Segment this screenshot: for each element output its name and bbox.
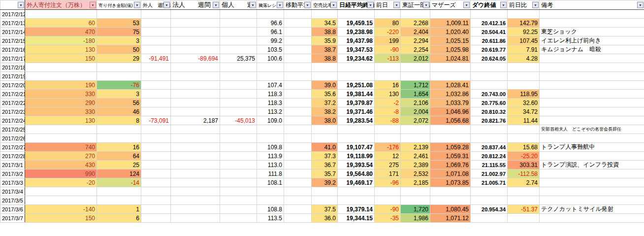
cell-yoritsuki[interactable]: 56	[97, 99, 141, 107]
cell-date[interactable]: 2017/2/19	[0, 72, 25, 81]
cell-biko[interactable]	[540, 169, 644, 178]
cell-dow[interactable]: 20.504.41	[471, 28, 508, 36]
cell-ido[interactable]	[284, 36, 312, 45]
cell-dowzen[interactable]: 92.25	[508, 28, 540, 36]
cell-date[interactable]: 2017/2/22	[0, 99, 25, 107]
cell-nikkei[interactable]: 19,469.17	[338, 178, 375, 187]
cell-date[interactable]: 2017/2/26	[0, 134, 25, 143]
cell-gw[interactable]	[141, 45, 171, 54]
cell-biko[interactable]	[540, 63, 644, 72]
cell-hw[interactable]	[171, 205, 220, 214]
cell-dow[interactable]: 20.812.24	[471, 152, 508, 161]
cell-dow[interactable]: 21.115.55	[471, 161, 508, 169]
cell-mothers[interactable]: 1,009.11	[430, 19, 471, 28]
cell-zenjitsu[interactable]: -90	[375, 205, 401, 214]
cell-tosho[interactable]: 2,389	[401, 161, 430, 169]
cell-biko[interactable]: トランプ人事難航中	[540, 143, 644, 152]
cell-mothers[interactable]: 1,071.08	[430, 169, 471, 178]
cell-zenjitsu[interactable]	[375, 72, 401, 81]
cell-kara[interactable]: 38.8	[312, 54, 338, 63]
cell-yoritsuki[interactable]	[97, 187, 141, 196]
cell-yoritsuki[interactable]: 25	[97, 161, 141, 169]
cell-nikkei[interactable]: 19,437.98	[338, 36, 375, 45]
cell-date[interactable]: 2017/2/24	[0, 116, 25, 125]
cell-dowzen[interactable]: -112.58	[508, 169, 540, 178]
cell-dowzen[interactable]	[508, 187, 540, 196]
cell-toraku[interactable]: 103.5	[257, 45, 284, 54]
cell-yoritsuki[interactable]: 53	[97, 19, 141, 28]
cell-yoritsuki[interactable]: 50	[97, 45, 141, 54]
cell-biko[interactable]	[540, 214, 644, 223]
cell-tosho[interactable]: 2,106	[401, 99, 430, 107]
column-header-hw[interactable]: 法人 週間▼	[171, 0, 220, 10]
cell-zenjitsu[interactable]: -88	[375, 116, 401, 125]
cell-dowzen[interactable]: 11.44	[508, 116, 540, 125]
cell-mothers[interactable]: 1,073.85	[430, 178, 471, 187]
filter-dropdown-icon[interactable]: ▼	[250, 2, 256, 8]
cell-dow[interactable]	[471, 10, 508, 19]
cell-toraku[interactable]: 113.9	[257, 152, 284, 161]
cell-kara[interactable]: 35.9	[312, 36, 338, 45]
cell-toraku[interactable]: 107.4	[257, 81, 284, 90]
cell-gw[interactable]	[141, 169, 171, 178]
cell-nikkei[interactable]: 19,459.15	[338, 19, 375, 28]
cell-nikkei[interactable]	[338, 125, 375, 134]
cell-kw[interactable]	[220, 81, 257, 90]
cell-nikkei[interactable]: 19,118.99	[338, 152, 375, 161]
cell-kara[interactable]: 38.0	[312, 116, 338, 125]
cell-ido[interactable]	[284, 187, 312, 196]
cell-dowzen[interactable]	[508, 134, 540, 143]
cell-mothers[interactable]: 1,046.96	[430, 107, 471, 116]
cell-dow[interactable]	[471, 134, 508, 143]
cell-tosho[interactable]	[401, 125, 430, 134]
cell-toraku[interactable]: 99.2	[257, 36, 284, 45]
cell-tosho[interactable]	[401, 63, 430, 72]
cell-hw[interactable]	[171, 99, 220, 107]
cell-nikkei[interactable]: 19,564.80	[338, 169, 375, 178]
cell-toraku[interactable]: 96.6	[257, 19, 284, 28]
cell-biko[interactable]: イエレン利上げ前向き	[540, 36, 644, 45]
cell-gaijin[interactable]: -140	[25, 205, 97, 214]
cell-yoritsuki[interactable]: 75	[97, 28, 141, 36]
filter-dropdown-icon[interactable]: ▼	[532, 2, 539, 8]
cell-date[interactable]: 2017/2/20	[0, 81, 25, 90]
cell-gaijin[interactable]	[25, 196, 97, 205]
cell-kara[interactable]: 35.6	[312, 90, 338, 99]
cell-kara[interactable]	[312, 72, 338, 81]
cell-gw[interactable]	[141, 107, 171, 116]
cell-kw[interactable]	[220, 10, 257, 19]
cell-dowzen[interactable]	[508, 214, 540, 223]
cell-mothers[interactable]	[430, 187, 471, 196]
cell-mothers[interactable]: 1,059.31	[430, 152, 471, 161]
cell-yoritsuki[interactable]	[97, 10, 141, 19]
cell-zenjitsu[interactable]: -176	[375, 143, 401, 152]
cell-kara[interactable]: 36.0	[312, 214, 338, 223]
cell-date[interactable]: 2017/2/14	[0, 28, 25, 36]
cell-biko[interactable]: テクノカットミサイル発射	[540, 205, 644, 214]
cell-date[interactable]: 2017/2/25	[0, 125, 25, 134]
cell-kw[interactable]: 25,375	[220, 54, 257, 63]
cell-biko[interactable]	[540, 178, 644, 187]
cell-ido[interactable]	[284, 90, 312, 99]
cell-biko[interactable]: トランプ演説、インフラ投資	[540, 161, 644, 169]
cell-mothers[interactable]: 1,056.68	[430, 116, 471, 125]
cell-toraku[interactable]	[257, 10, 284, 19]
cell-tosho[interactable]: 2,404	[401, 28, 430, 36]
cell-yoritsuki[interactable]	[97, 134, 141, 143]
cell-yoritsuki[interactable]: 29	[97, 54, 141, 63]
cell-dowzen[interactable]: 107.45	[508, 36, 540, 45]
cell-nikkei[interactable]	[338, 187, 375, 196]
cell-toraku[interactable]: 111.8	[257, 169, 284, 178]
filter-dropdown-icon[interactable]: ▼	[423, 2, 429, 8]
cell-ido[interactable]	[284, 99, 312, 107]
cell-dowzen[interactable]	[508, 10, 540, 19]
cell-tosho[interactable]: 2,268	[401, 19, 430, 28]
cell-mothers[interactable]	[430, 196, 471, 205]
cell-biko[interactable]	[540, 107, 644, 116]
cell-hw[interactable]	[171, 161, 220, 169]
cell-zenjitsu[interactable]: -113	[375, 54, 401, 63]
column-header-dow[interactable]: ダウ終値▼	[471, 0, 508, 10]
cell-dow[interactable]: 20.837.44	[471, 143, 508, 152]
cell-date[interactable]: 2017/3/3	[0, 178, 25, 187]
cell-kw[interactable]	[220, 19, 257, 28]
